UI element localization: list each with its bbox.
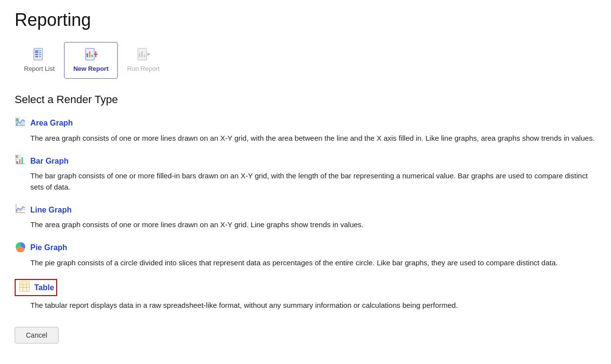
bar-graph-desc: The bar graph consists of one or more fi… — [30, 171, 596, 193]
area-graph-title[interactable]: Area Graph — [30, 119, 73, 128]
line-graph-title[interactable]: Line Graph — [30, 206, 71, 214]
svg-rect-9 — [87, 53, 88, 57]
svg-rect-28 — [22, 157, 23, 164]
area-graph-desc: The area graph consists of one or more l… — [30, 133, 596, 144]
run-report-button[interactable]: Run Report — [118, 42, 169, 79]
render-item-area-graph: ▦ Area Graph The area graph consists of … — [15, 117, 596, 144]
line-graph-desc: The area graph consists of one or more l… — [30, 219, 596, 231]
svg-rect-6 — [39, 54, 41, 55]
toolbar: Report List New Report Ru — [15, 42, 596, 79]
svg-rect-1 — [35, 50, 38, 53]
svg-marker-18 — [148, 53, 150, 56]
render-item-table: Table The tabular report displays data i… — [15, 279, 596, 311]
area-graph-icon: ▦ — [15, 117, 26, 130]
render-item-pie-graph-header: Pie Graph — [15, 241, 596, 255]
render-item-table-header: Table — [15, 279, 596, 297]
svg-rect-16 — [141, 51, 143, 57]
render-item-area-graph-header: ▦ Area Graph — [15, 117, 596, 130]
table-desc: The tabular report displays data in a ra… — [30, 300, 596, 311]
table-icon — [19, 281, 30, 294]
svg-rect-15 — [139, 53, 140, 57]
pie-graph-desc: The pie graph consists of a circle divid… — [30, 257, 596, 269]
svg-rect-44 — [20, 281, 29, 284]
table-highlight-border: Table — [15, 279, 57, 296]
report-list-button[interactable]: Report List — [15, 42, 64, 79]
render-item-line-graph-header: Line Graph — [15, 203, 596, 216]
svg-rect-17 — [144, 55, 145, 57]
svg-rect-27 — [19, 159, 21, 164]
render-item-bar-graph-header: Bar Graph — [15, 154, 596, 168]
bar-graph-title[interactable]: Bar Graph — [30, 157, 68, 166]
new-report-label: New Report — [73, 65, 109, 73]
svg-rect-10 — [89, 51, 90, 57]
cancel-button[interactable]: Cancel — [15, 327, 59, 343]
svg-rect-26 — [17, 161, 18, 164]
new-report-button[interactable]: New Report — [64, 42, 118, 79]
svg-rect-0 — [34, 48, 43, 60]
svg-rect-33 — [16, 156, 18, 157]
render-item-line-graph: Line Graph The area graph consists of on… — [15, 203, 596, 231]
table-title[interactable]: Table — [34, 283, 54, 292]
section-title: Select a Render Type — [15, 93, 596, 106]
render-item-pie-graph: Pie Graph The pie graph consists of a ci… — [15, 241, 596, 269]
svg-text:▦: ▦ — [16, 118, 19, 121]
line-graph-icon — [15, 203, 26, 216]
svg-rect-3 — [35, 56, 38, 57]
report-list-label: Report List — [24, 65, 55, 73]
pie-graph-icon — [15, 241, 26, 255]
run-report-label: Run Report — [127, 65, 159, 73]
bar-graph-icon — [15, 154, 26, 168]
render-type-list: ▦ Area Graph The area graph consists of … — [15, 117, 596, 311]
render-item-bar-graph: Bar Graph The bar graph consists of one … — [15, 154, 596, 193]
svg-rect-5 — [39, 52, 41, 53]
page-title: Reporting — [15, 10, 596, 30]
svg-rect-34 — [16, 157, 18, 158]
svg-rect-32 — [16, 155, 18, 156]
report-list-icon — [32, 47, 46, 63]
svg-rect-2 — [35, 54, 38, 55]
svg-rect-4 — [39, 50, 41, 51]
new-report-icon — [84, 47, 98, 63]
pie-graph-title[interactable]: Pie Graph — [30, 243, 67, 252]
svg-rect-11 — [91, 55, 93, 57]
run-report-icon — [136, 47, 150, 63]
svg-rect-7 — [39, 56, 41, 57]
